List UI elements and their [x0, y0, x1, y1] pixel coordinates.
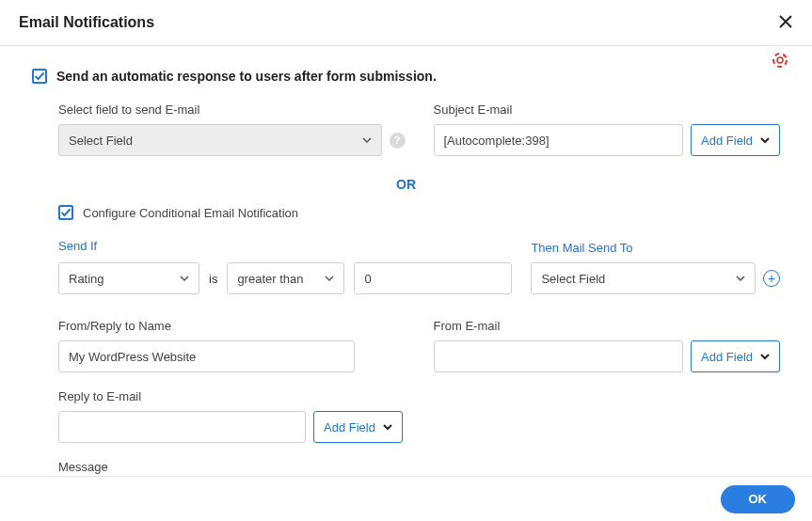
- dialog-title: Email Notifications: [19, 14, 154, 31]
- svg-point-0: [773, 54, 787, 67]
- is-label: is: [209, 272, 217, 286]
- subject-input[interactable]: [Autocomplete:398]: [434, 124, 684, 156]
- condition-operator-dropdown[interactable]: greater than: [227, 262, 344, 294]
- help-lifebuoy-icon[interactable]: [772, 53, 788, 68]
- add-field-button-subject[interactable]: Add Field: [691, 124, 780, 156]
- subject-value: [Autocomplete:398]: [444, 134, 549, 148]
- condition-value-input[interactable]: 0: [354, 262, 512, 294]
- from-email-input[interactable]: [434, 340, 684, 372]
- select-field-value: Select Field: [69, 134, 133, 148]
- chevron-down-icon: [383, 422, 392, 432]
- chevron-down-icon: [362, 135, 372, 145]
- conditional-label: Configure Conditional Email Notification: [83, 206, 298, 220]
- condition-field-dropdown[interactable]: Rating: [58, 262, 199, 294]
- reply-email-input[interactable]: [58, 411, 306, 443]
- then-mail-dropdown[interactable]: Select Field: [531, 262, 756, 294]
- chevron-down-icon: [180, 274, 189, 283]
- chevron-down-icon: [736, 274, 745, 283]
- chevron-down-icon: [325, 274, 334, 283]
- add-condition-icon[interactable]: +: [763, 270, 780, 287]
- from-email-label: From E-mail: [434, 319, 781, 333]
- or-divider: OR: [32, 177, 780, 192]
- auto-response-checkbox[interactable]: [32, 69, 47, 84]
- close-icon[interactable]: [778, 13, 793, 32]
- conditional-checkbox[interactable]: [58, 205, 73, 220]
- select-field-dropdown[interactable]: Select Field: [58, 124, 382, 156]
- svg-point-1: [777, 57, 783, 63]
- then-mail-label: Then Mail Send To: [531, 241, 780, 255]
- send-if-label: Send If: [58, 239, 512, 253]
- add-field-button-reply[interactable]: Add Field: [313, 411, 403, 443]
- from-name-label: From/Reply to Name: [58, 319, 406, 333]
- chevron-down-icon: [760, 352, 770, 361]
- add-field-button-from-email[interactable]: Add Field: [691, 340, 780, 372]
- message-label: Message: [58, 460, 698, 474]
- reply-email-label: Reply to E-mail: [58, 389, 780, 403]
- ok-button[interactable]: OK: [721, 485, 796, 513]
- subject-label: Subject E-mail: [434, 103, 781, 117]
- chevron-down-icon: [760, 135, 770, 145]
- auto-response-label: Send an automatic response to users afte…: [56, 69, 437, 84]
- from-name-input[interactable]: My WordPress Website: [58, 340, 355, 372]
- select-field-label: Select field to send E-mail: [58, 103, 406, 117]
- help-icon[interactable]: ?: [390, 133, 406, 149]
